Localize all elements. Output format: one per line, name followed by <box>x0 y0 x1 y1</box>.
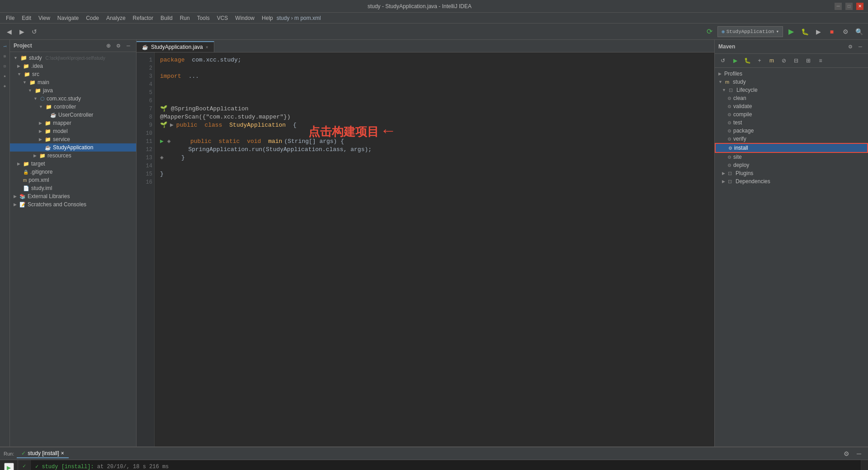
tree-label: resources <box>47 152 71 159</box>
maven-plugins[interactable]: ▶ ⊡ Plugins <box>715 169 868 177</box>
sidebar-structure-icon[interactable]: ⊞ <box>0 52 9 61</box>
tab-close-button[interactable]: × <box>206 45 208 50</box>
tree-item-pomxml[interactable]: ▶ m pom.xml <box>10 176 136 184</box>
tree-item-external-libs[interactable]: ▶ 📚 External Libraries <box>10 192 136 200</box>
tree-item-java[interactable]: ▼ 📁 java <box>10 86 136 95</box>
rerun-button[interactable]: ▶ <box>4 463 14 470</box>
maven-clean[interactable]: ⚙ clean <box>715 94 868 102</box>
run-tab-close[interactable]: × <box>61 450 64 456</box>
sidebar-project-icon[interactable]: 1 <box>0 42 9 51</box>
run-hide-button[interactable]: ─ <box>854 448 864 459</box>
toolbar-right: ⟳ ◉ StudyApplication ▾ ▶ 🐛 ▶ ■ ⚙ 🔍 <box>704 26 864 37</box>
code-line-15: } <box>160 170 709 178</box>
forward-button[interactable]: ▶ <box>16 26 27 37</box>
code-content[interactable]: package com.xcc.study; import ... 🌱 @Spr… <box>155 52 714 446</box>
search-everywhere-button[interactable]: ⟳ <box>704 26 715 37</box>
run-tab-study-install[interactable]: ✓ study [install] × <box>17 449 68 458</box>
maven-m-button[interactable]: m <box>766 55 777 66</box>
run-button[interactable]: ▶ <box>786 26 797 37</box>
maven-skip-button[interactable]: ⊘ <box>778 55 789 66</box>
hide-panel-button[interactable]: ─ <box>124 42 132 50</box>
tree-item-model[interactable]: ▶ 📁 model <box>10 127 136 135</box>
maven-profiles[interactable]: ▶ Profiles <box>715 70 868 78</box>
tree-item-gitignore[interactable]: ▶ 🔒 .gitignore <box>10 168 136 176</box>
sidebar-favorites-icon[interactable]: ★ <box>0 71 9 81</box>
maven-install[interactable]: ⚙ install <box>715 143 868 153</box>
menu-view[interactable]: View <box>35 14 54 22</box>
maven-site-label: site <box>733 154 742 160</box>
gear-icon[interactable]: ⚙ <box>114 42 123 50</box>
stop-button[interactable]: ■ <box>826 26 837 37</box>
tree-label: StudyApplication <box>53 144 93 151</box>
maven-hide-button[interactable]: ─ <box>856 43 864 51</box>
maven-settings-button[interactable]: ⚙ <box>846 43 854 51</box>
tree-item-usercontroller[interactable]: ▶ ☕ UserController <box>10 111 136 119</box>
menu-window[interactable]: Window <box>231 14 258 22</box>
maven-dependencies[interactable]: ▶ ⊡ Dependencies <box>715 177 868 185</box>
editor-tab-studyapplication[interactable]: ☕ StudyApplication.java × <box>137 41 214 52</box>
run-label: Run: <box>4 451 14 456</box>
maven-package[interactable]: ⚙ package <box>715 127 868 135</box>
maven-lifecycle[interactable]: ▼ ⊡ Lifecycle <box>715 86 868 94</box>
maven-site[interactable]: ⚙ site <box>715 153 868 161</box>
run-scrollbar[interactable] <box>861 460 868 470</box>
menu-code[interactable]: Code <box>82 14 103 22</box>
tree-item-studyiml[interactable]: ▶ 📄 study.iml <box>10 184 136 192</box>
maven-study-module[interactable]: ▼ m study <box>715 78 868 86</box>
menu-build[interactable]: Build <box>157 14 176 22</box>
toolbar: ◀ ▶ ↺ ⟳ ◉ StudyApplication ▾ ▶ 🐛 ▶ ■ ⚙ 🔍 <box>0 24 868 40</box>
minimize-button[interactable]: ─ <box>835 3 842 10</box>
maven-collapse-all[interactable]: ⊟ <box>791 55 802 66</box>
maximize-button[interactable]: □ <box>845 3 853 10</box>
maven-test[interactable]: ⚙ test <box>715 119 868 127</box>
menu-tools[interactable]: Tools <box>193 14 213 22</box>
maven-deploy[interactable]: ⚙ deploy <box>715 161 868 169</box>
add-icon[interactable]: ⊕ <box>104 42 113 50</box>
debug-button[interactable]: 🐛 <box>799 26 810 37</box>
menu-help[interactable]: Help <box>258 14 277 22</box>
sidebar-web-icon[interactable]: ◈ <box>0 81 9 90</box>
menu-vcs[interactable]: VCS <box>213 14 232 22</box>
tree-item-idea[interactable]: ▶ 📁 .idea <box>10 62 136 70</box>
tree-item-scratches[interactable]: ▶ 📝 Scratches and Consoles <box>10 200 136 209</box>
tree-item-service[interactable]: ▶ 📁 service <box>10 135 136 143</box>
maven-compile[interactable]: ⚙ compile <box>715 110 868 119</box>
maven-verify[interactable]: ⚙ verify <box>715 135 868 143</box>
maven-run-button[interactable]: ▶ <box>730 55 741 66</box>
tree-item-study-root[interactable]: ▼ 📁 study C:\sckj\work\project-self\stud… <box>10 54 136 62</box>
maven-add-button[interactable]: + <box>754 55 765 66</box>
tree-item-mapper[interactable]: ▶ 📁 mapper <box>10 119 136 127</box>
maven-reload-button[interactable]: ↺ <box>717 55 728 66</box>
tree-item-package[interactable]: ▼ ⬡ com.xcc.study <box>10 95 136 103</box>
menu-file[interactable]: File <box>2 14 18 22</box>
run-with-coverage[interactable]: ▶ <box>813 26 824 37</box>
tree-item-target[interactable]: ▶ 📁 target <box>10 160 136 168</box>
close-button[interactable]: ✕ <box>856 3 863 10</box>
tree-item-main[interactable]: ▼ 📁 main <box>10 78 136 86</box>
maven-tree: ▶ Profiles ▼ m study ▼ ⊡ Lifecycle ⚙ cle… <box>715 68 868 446</box>
menu-run[interactable]: Run <box>176 14 193 22</box>
tree-item-studyapplication[interactable]: ▶ ☕ StudyApplication <box>10 143 136 152</box>
maven-expand-all[interactable]: ⊞ <box>803 55 814 66</box>
back-button[interactable]: ◀ <box>4 26 14 37</box>
menu-navigate[interactable]: Navigate <box>54 14 82 22</box>
menu-refactor[interactable]: Refactor <box>129 14 157 22</box>
run-config-selector[interactable]: ◉ StudyApplication ▾ <box>717 26 783 37</box>
maven-debug-button[interactable]: 🐛 <box>742 55 753 66</box>
tree-item-src[interactable]: ▼ 📁 src <box>10 70 136 78</box>
sidebar-db-icon[interactable]: ⊡ <box>0 62 9 71</box>
search-button[interactable]: 🔍 <box>854 26 864 37</box>
settings-button[interactable]: ⚙ <box>840 26 851 37</box>
refresh-button[interactable]: ↺ <box>29 26 40 37</box>
run-settings-button[interactable]: ⚙ <box>841 448 852 459</box>
left-sidebar: 1 ⊞ ⊡ ★ ◈ <box>0 40 10 446</box>
tree-item-controller[interactable]: ▼ 📁 controller <box>10 103 136 111</box>
menu-edit[interactable]: Edit <box>18 14 35 22</box>
line-numbers: 1 2 3 4 5 6 7 8 9 10 11 12 13 14 15 16 <box>137 52 155 446</box>
tree-item-resources[interactable]: ▶ 📁 resources <box>10 152 136 160</box>
code-line-10 <box>160 129 709 138</box>
maven-validate[interactable]: ⚙ validate <box>715 102 868 110</box>
menu-analyze[interactable]: Analyze <box>103 14 129 22</box>
maven-more-button[interactable]: ≡ <box>815 55 826 66</box>
console-output[interactable]: ✓ study [install]: at 20/10/, 18 s 216 m… <box>31 460 861 470</box>
